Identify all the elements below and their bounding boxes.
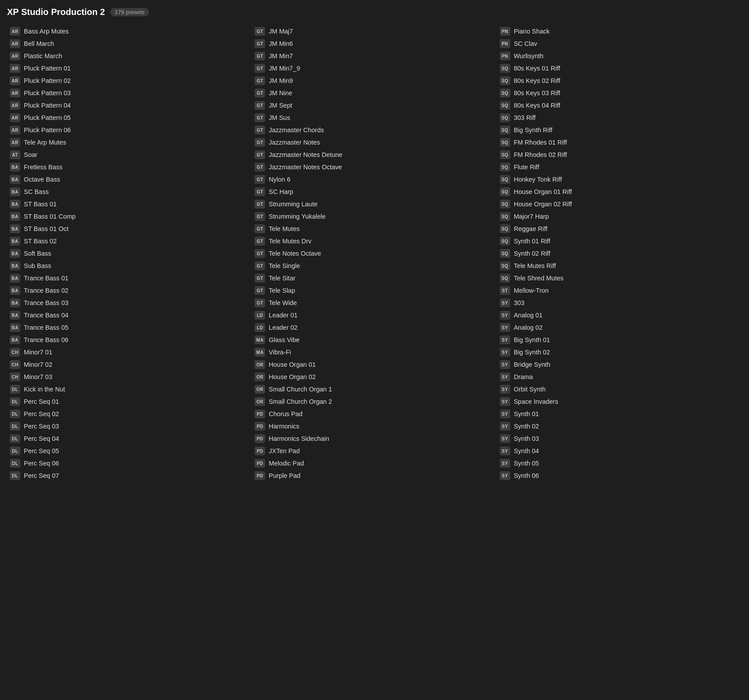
preset-item[interactable]: SQHouse Organ 01 Riff [497, 186, 742, 198]
preset-item[interactable]: BAST Bass 01 Comp [7, 210, 252, 223]
preset-item[interactable]: SQ303 Riff [497, 112, 742, 124]
preset-item[interactable]: SQBig Synth Riff [497, 124, 742, 136]
preset-item[interactable]: GTTele Slap [252, 284, 497, 297]
preset-item[interactable]: ATSoar [7, 149, 252, 161]
preset-item[interactable]: BASC Bass [7, 186, 252, 198]
preset-item[interactable]: SYSynth 02 [497, 420, 742, 432]
preset-item[interactable]: CHMinor7 01 [7, 346, 252, 358]
preset-item[interactable]: PDHarmonics [252, 420, 497, 432]
preset-item[interactable]: GTJM Min7_9 [252, 62, 497, 74]
preset-item[interactable]: SYSynth 03 [497, 432, 742, 445]
preset-item[interactable]: SQTele Mutes Riff [497, 260, 742, 272]
preset-item[interactable]: PDJXTen Pad [252, 445, 497, 457]
preset-item[interactable]: SQ80s Keys 03 Riff [497, 87, 742, 99]
preset-item[interactable]: GTTele Mutes Drv [252, 235, 497, 247]
preset-item[interactable]: GTSC Harp [252, 186, 497, 198]
preset-item[interactable]: PDHarmonics Sidechain [252, 432, 497, 445]
preset-item[interactable]: GTJazzmaster Notes Detune [252, 149, 497, 161]
preset-item[interactable]: BATrance Bass 05 [7, 321, 252, 334]
preset-item[interactable]: DLPerc Seq 04 [7, 432, 252, 445]
preset-item[interactable]: GTJM Min9 [252, 74, 497, 87]
preset-item[interactable]: SQHonkey Tonk Riff [497, 173, 742, 186]
preset-item[interactable]: GTTele Wide [252, 297, 497, 309]
preset-item[interactable]: DLPerc Seq 03 [7, 420, 252, 432]
preset-item[interactable]: ARPluck Pattern 05 [7, 112, 252, 124]
preset-item[interactable]: DLPerc Seq 02 [7, 408, 252, 420]
preset-item[interactable]: ORSmall Church Organ 2 [252, 395, 497, 408]
preset-item[interactable]: SYSynth 05 [497, 457, 742, 469]
preset-item[interactable]: SYBig Synth 02 [497, 346, 742, 358]
preset-item[interactable]: MAGlass Vibe [252, 334, 497, 346]
preset-item[interactable]: ARPluck Pattern 02 [7, 74, 252, 87]
preset-item[interactable]: GTStrumming Yukalele [252, 210, 497, 223]
preset-item[interactable]: SQHouse Organ 02 Riff [497, 198, 742, 210]
preset-item[interactable]: BAST Bass 02 [7, 235, 252, 247]
preset-item[interactable]: SYOrbit Synth [497, 383, 742, 395]
preset-item[interactable]: ORSmall Church Organ 1 [252, 383, 497, 395]
preset-item[interactable]: PDChorus Pad [252, 408, 497, 420]
preset-item[interactable]: ORHouse Organ 01 [252, 358, 497, 371]
preset-item[interactable]: BATrance Bass 06 [7, 334, 252, 346]
preset-item[interactable]: BATrance Bass 02 [7, 284, 252, 297]
preset-item[interactable]: SQ80s Keys 02 Riff [497, 74, 742, 87]
preset-item[interactable]: ARPluck Pattern 01 [7, 62, 252, 74]
preset-item[interactable]: SQSynth 01 Riff [497, 235, 742, 247]
preset-item[interactable]: BATrance Bass 04 [7, 309, 252, 321]
preset-item[interactable]: SQFM Rhodes 01 Riff [497, 136, 742, 149]
preset-item[interactable]: ORHouse Organ 02 [252, 371, 497, 383]
preset-item[interactable]: GTJazzmaster Chords [252, 124, 497, 136]
preset-item[interactable]: SQFM Rhodes 02 Riff [497, 149, 742, 161]
preset-item[interactable]: SYBig Synth 01 [497, 334, 742, 346]
preset-item[interactable]: GTJM Sept [252, 99, 497, 112]
preset-item[interactable]: GTTele Notes Octave [252, 247, 497, 260]
preset-item[interactable]: SQ80s Keys 01 Riff [497, 62, 742, 74]
preset-item[interactable]: BAFretless Bass [7, 161, 252, 173]
preset-item[interactable]: SQFlute Riff [497, 161, 742, 173]
preset-item[interactable]: SQSynth 02 Riff [497, 247, 742, 260]
preset-item[interactable]: CHMinor7 02 [7, 358, 252, 371]
preset-item[interactable]: BATrance Bass 01 [7, 272, 252, 284]
preset-item[interactable]: SYAnalog 02 [497, 321, 742, 334]
preset-item[interactable]: BAOctave Bass [7, 173, 252, 186]
preset-item[interactable]: DLPerc Seq 05 [7, 445, 252, 457]
preset-item[interactable]: DLPerc Seq 07 [7, 469, 252, 482]
preset-item[interactable]: SYAnalog 01 [497, 309, 742, 321]
preset-item[interactable]: LDLeader 01 [252, 309, 497, 321]
preset-item[interactable]: SQTele Shred Mutes [497, 272, 742, 284]
preset-item[interactable]: GTJM Min7 [252, 50, 497, 62]
preset-item[interactable]: GTJazzmaster Notes [252, 136, 497, 149]
preset-item[interactable]: DLKick in the Nut [7, 383, 252, 395]
preset-item[interactable]: GTJM Min6 [252, 37, 497, 50]
preset-item[interactable]: GTJazzmaster Notes Octave [252, 161, 497, 173]
preset-item[interactable]: PDPurple Pad [252, 469, 497, 482]
preset-item[interactable]: SYSynth 04 [497, 445, 742, 457]
preset-item[interactable]: SYSpace Invaders [497, 395, 742, 408]
preset-item[interactable]: BASub Bass [7, 260, 252, 272]
preset-item[interactable]: ARPlastic March [7, 50, 252, 62]
preset-item[interactable]: ARPluck Pattern 04 [7, 99, 252, 112]
preset-item[interactable]: GTJM Maj7 [252, 25, 497, 37]
preset-item[interactable]: GTStrumming Laute [252, 198, 497, 210]
preset-item[interactable]: CHMinor7 03 [7, 371, 252, 383]
preset-item[interactable]: GTTele Sitar [252, 272, 497, 284]
preset-item[interactable]: LDLeader 02 [252, 321, 497, 334]
preset-item[interactable]: GTTele Single [252, 260, 497, 272]
preset-item[interactable]: GTJM Sus [252, 112, 497, 124]
preset-item[interactable]: BASoft Bass [7, 247, 252, 260]
preset-item[interactable]: STMellow-Tron [497, 284, 742, 297]
preset-item[interactable]: PDMelodic Pad [252, 457, 497, 469]
preset-item[interactable]: GTNylon 6 [252, 173, 497, 186]
preset-item[interactable]: GTTele Mutes [252, 223, 497, 235]
preset-item[interactable]: SQMajor7 Harp [497, 210, 742, 223]
preset-item[interactable]: BAST Bass 01 Oct [7, 223, 252, 235]
preset-item[interactable]: SYBridge Synth [497, 358, 742, 371]
preset-item[interactable]: DLPerc Seq 01 [7, 395, 252, 408]
preset-item[interactable]: PNPiano Shack [497, 25, 742, 37]
preset-item[interactable]: SQReggae Riff [497, 223, 742, 235]
preset-item[interactable]: SYDrama [497, 371, 742, 383]
preset-item[interactable]: MAVibra-Fi [252, 346, 497, 358]
preset-item[interactable]: BAST Bass 01 [7, 198, 252, 210]
preset-item[interactable]: GTJM Nine [252, 87, 497, 99]
preset-item[interactable]: ARTele Arp Mutes [7, 136, 252, 149]
preset-item[interactable]: SQ80s Keys 04 Riff [497, 99, 742, 112]
